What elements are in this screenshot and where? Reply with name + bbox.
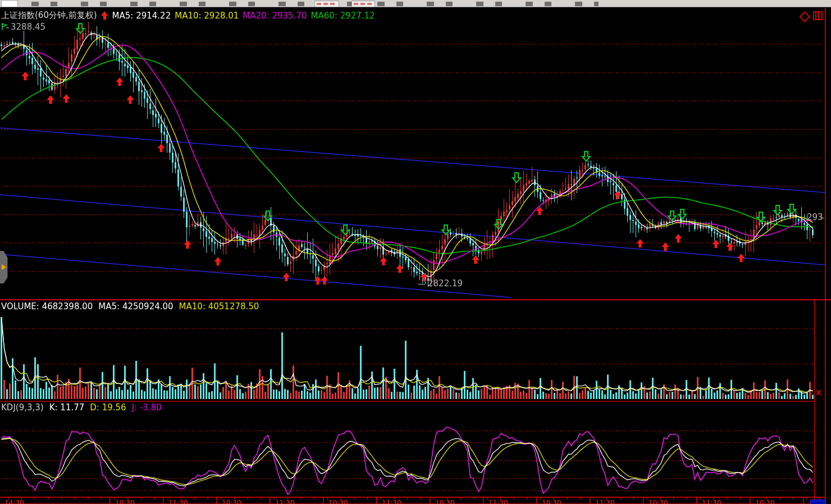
time-label: 10:30 bbox=[222, 499, 241, 504]
time-label: 10:30 bbox=[328, 499, 348, 504]
expand-arrow-icon bbox=[2, 264, 6, 270]
time-label: 11:30 bbox=[275, 499, 295, 504]
flag-icon bbox=[1, 23, 10, 31]
price-panel-header: 上证指数(60分钟,前复权) MA5: 2914.22 MA10: 2928.0… bbox=[1, 10, 375, 21]
trading-app-window: { "toolbar": { "note": "clipped menu str… bbox=[0, 0, 831, 504]
time-label: 10:30 bbox=[755, 499, 775, 504]
time-label: 10:30 bbox=[115, 499, 135, 504]
volume-readout: VOLUME: 4682398.00 bbox=[1, 301, 93, 311]
ma60-readout: MA60: 2927.12 bbox=[311, 11, 375, 21]
ma20-readout: MA20: 2935.70 bbox=[243, 11, 307, 21]
ma10-readout: MA10: 2928.01 bbox=[175, 11, 239, 21]
buy-signal-arrow-icon bbox=[101, 11, 108, 20]
time-label: 10:30 bbox=[649, 499, 668, 504]
close-indicator-button[interactable]: X bbox=[816, 388, 821, 397]
time-label: 11:30 bbox=[702, 499, 722, 504]
toolbar-button-2[interactable] bbox=[351, 1, 375, 7]
toolbar-button-1[interactable] bbox=[314, 1, 339, 7]
volume-panel-header: VOLUME: 4682398.00 MA5: 4250924.00 MA10:… bbox=[1, 301, 259, 311]
time-label: 10:30 bbox=[542, 499, 561, 504]
volume-ma10-readout: MA10: 4051278.50 bbox=[179, 301, 259, 311]
window-grid-icon[interactable] bbox=[813, 11, 823, 20]
volume-ma5-readout: MA5: 4250924.00 bbox=[98, 301, 173, 311]
time-label: 11:30 bbox=[595, 499, 615, 504]
time-label: 11:30 bbox=[488, 499, 508, 504]
kdj-panel-header: KDJ(9,3,3) K: 11.77 D: 19.56 J: -3.80 bbox=[1, 402, 162, 413]
time-label: 11:30 bbox=[382, 499, 401, 504]
time-label: 10:30 bbox=[435, 499, 455, 504]
ma5-readout: MA5: 2914.22 bbox=[112, 11, 171, 21]
chart-canvas[interactable] bbox=[0, 0, 831, 504]
high-price-label: 3288.45 bbox=[1, 22, 45, 32]
time-label: 11:30 bbox=[168, 499, 188, 504]
kdj-j-readout: J: -3.80 bbox=[132, 402, 162, 413]
kdj-d-readout: D: 19.56 bbox=[90, 402, 126, 413]
instrument-title: 上证指数(60分钟,前复权) bbox=[1, 10, 97, 21]
kdj-k-readout: K: 11.77 bbox=[49, 402, 85, 413]
kdj-title: KDJ(9,3,3) bbox=[1, 402, 44, 413]
top-toolbar[interactable] bbox=[0, 0, 831, 7]
low-price-label: 2822.19 bbox=[428, 278, 463, 288]
time-label: 14:30 bbox=[4, 499, 24, 504]
right-price-label: 293 bbox=[807, 212, 824, 222]
time-axis[interactable]: 14:3010:3011:3010:3011:3010:3011:3010:30… bbox=[0, 498, 825, 504]
toolbar-box[interactable] bbox=[1, 0, 18, 7]
current-time-highlight bbox=[810, 500, 825, 504]
